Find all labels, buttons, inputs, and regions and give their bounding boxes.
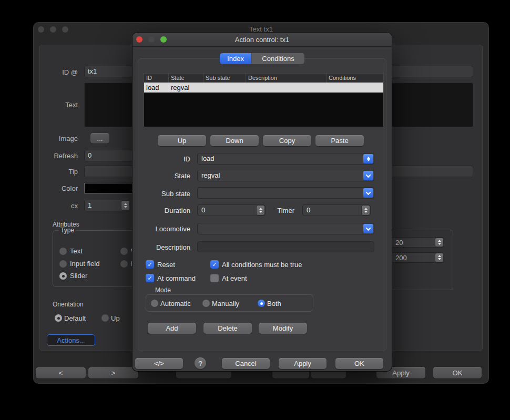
code-button[interactable]: </> bbox=[135, 358, 183, 369]
cancel-button[interactable]: Cancel bbox=[222, 358, 270, 369]
image-label: Image bbox=[44, 135, 78, 143]
description-field[interactable] bbox=[197, 241, 374, 252]
type-legend: Type bbox=[58, 227, 76, 234]
description-label: Description bbox=[140, 243, 190, 252]
window-title: Text tx1 bbox=[33, 25, 489, 33]
next-button[interactable]: > bbox=[88, 367, 138, 378]
sub-state-combo-dropdown[interactable] bbox=[363, 188, 373, 198]
row-sub-state bbox=[203, 83, 246, 93]
right-value1-field[interactable]: 20 bbox=[392, 237, 444, 248]
id-combo-stepper[interactable] bbox=[363, 154, 373, 163]
add-button[interactable]: Add bbox=[148, 323, 196, 334]
cx-label: cx bbox=[44, 202, 78, 210]
tab-conditions[interactable]: Conditions bbox=[251, 53, 304, 64]
chevron-down-icon bbox=[366, 172, 371, 178]
column-header-sub-state: Sub state bbox=[203, 74, 246, 83]
modify-button[interactable]: Modify bbox=[259, 323, 307, 334]
locomotive-combo-dropdown[interactable] bbox=[363, 224, 373, 233]
id-label: ID bbox=[140, 155, 190, 163]
image-browse-button[interactable]: ... bbox=[90, 133, 109, 144]
duration-value: 0 bbox=[201, 206, 205, 214]
at-event-checkbox[interactable] bbox=[210, 274, 219, 282]
cx-stepper[interactable] bbox=[121, 201, 129, 210]
row-description bbox=[246, 83, 327, 93]
all-conditions-checkbox[interactable]: ✓ bbox=[210, 260, 219, 269]
reset-checkbox-label: Reset bbox=[157, 261, 175, 269]
radio-orientation-default-label: Default bbox=[64, 314, 86, 323]
radio-orientation-default[interactable] bbox=[55, 314, 62, 322]
radio-mode-manually-label: Manually bbox=[212, 300, 239, 308]
table-header: ID State Sub state Description Condition… bbox=[144, 74, 383, 83]
row-id: load bbox=[144, 83, 169, 93]
tip-label: Tip bbox=[44, 168, 78, 176]
right-value2-field[interactable]: 200 bbox=[392, 252, 444, 263]
radio-type-slider[interactable] bbox=[59, 272, 67, 280]
column-header-state: State bbox=[169, 74, 203, 83]
at-event-checkbox-label: At event bbox=[222, 274, 247, 283]
chevron-down-icon bbox=[366, 190, 371, 195]
locomotive-combo[interactable] bbox=[197, 223, 374, 234]
check-icon: ✓ bbox=[147, 261, 152, 268]
radio-mode-manually[interactable] bbox=[202, 300, 210, 307]
radio-type-text-label: Text bbox=[70, 247, 83, 255]
prev-button[interactable]: < bbox=[36, 367, 86, 378]
window-ok-button[interactable]: OK bbox=[433, 367, 482, 378]
up-button[interactable]: Up bbox=[158, 135, 206, 146]
copy-button[interactable]: Copy bbox=[263, 135, 311, 146]
duration-stepper[interactable] bbox=[257, 206, 264, 215]
orientation-label: Orientation bbox=[53, 301, 84, 308]
radio-type-input-field-label: Input field bbox=[70, 260, 99, 268]
radio-mode-both[interactable] bbox=[258, 300, 265, 307]
column-header-description: Description bbox=[246, 74, 327, 83]
at-command-checkbox-label: At command bbox=[157, 274, 196, 283]
radio-type-w[interactable] bbox=[120, 248, 128, 255]
state-combo-dropdown[interactable] bbox=[363, 171, 373, 180]
table-row[interactable]: load regval bbox=[144, 83, 383, 93]
radio-mode-both-label: Both bbox=[267, 300, 281, 308]
radio-type-fa[interactable] bbox=[120, 260, 128, 268]
reset-checkbox[interactable]: ✓ bbox=[146, 260, 154, 269]
state-combo-value: regval bbox=[201, 171, 220, 179]
paste-button[interactable]: Paste bbox=[315, 135, 364, 146]
dialog-title: Action control: tx1 bbox=[132, 36, 392, 44]
at-command-checkbox[interactable]: ✓ bbox=[146, 274, 154, 282]
radio-type-input-field[interactable] bbox=[59, 260, 67, 268]
text-label: Text bbox=[44, 101, 78, 109]
timer-field[interactable]: 0 bbox=[302, 204, 371, 216]
row-conditions bbox=[327, 83, 383, 93]
column-header-id: ID bbox=[144, 74, 169, 83]
radio-mode-automatic-label: Automatic bbox=[160, 300, 191, 308]
action-control-dialog: Action control: tx1 Index Conditions ID … bbox=[132, 33, 392, 371]
all-conditions-checkbox-label: All conditions must be true bbox=[222, 261, 302, 269]
right-value1: 20 bbox=[395, 239, 403, 247]
timer-value: 0 bbox=[307, 206, 310, 214]
right-value2: 200 bbox=[395, 254, 407, 262]
actions-button[interactable]: Actions... bbox=[47, 334, 95, 346]
color-label: Color bbox=[44, 185, 78, 193]
column-header-conditions: Conditions bbox=[327, 74, 383, 83]
sub-state-combo[interactable] bbox=[197, 187, 374, 199]
help-button[interactable]: ? bbox=[195, 357, 206, 369]
id-combo[interactable]: load bbox=[197, 153, 374, 165]
ok-button[interactable]: OK bbox=[335, 358, 383, 369]
sub-state-label: Sub state bbox=[140, 190, 190, 198]
id-combo-value: load bbox=[201, 155, 215, 162]
check-icon: ✓ bbox=[212, 261, 217, 268]
right-value2-stepper[interactable] bbox=[435, 253, 443, 262]
cx-field[interactable]: 1 bbox=[84, 200, 130, 211]
timer-stepper[interactable] bbox=[362, 206, 370, 215]
duration-field[interactable]: 0 bbox=[197, 204, 266, 216]
radio-orientation-up-label: Up bbox=[111, 314, 120, 323]
right-value1-stepper[interactable] bbox=[435, 238, 443, 247]
down-button[interactable]: Down bbox=[210, 135, 259, 146]
refresh-label: Refresh bbox=[44, 152, 78, 160]
state-label: State bbox=[140, 172, 190, 180]
tab-index[interactable]: Index bbox=[220, 53, 251, 64]
radio-orientation-up[interactable] bbox=[101, 314, 109, 322]
radio-mode-automatic[interactable] bbox=[151, 300, 158, 307]
radio-type-text[interactable] bbox=[59, 248, 67, 255]
delete-button[interactable]: Delete bbox=[203, 323, 252, 334]
check-icon: ✓ bbox=[147, 275, 152, 282]
state-combo[interactable]: regval bbox=[197, 170, 374, 181]
apply-button[interactable]: Apply bbox=[279, 358, 327, 369]
